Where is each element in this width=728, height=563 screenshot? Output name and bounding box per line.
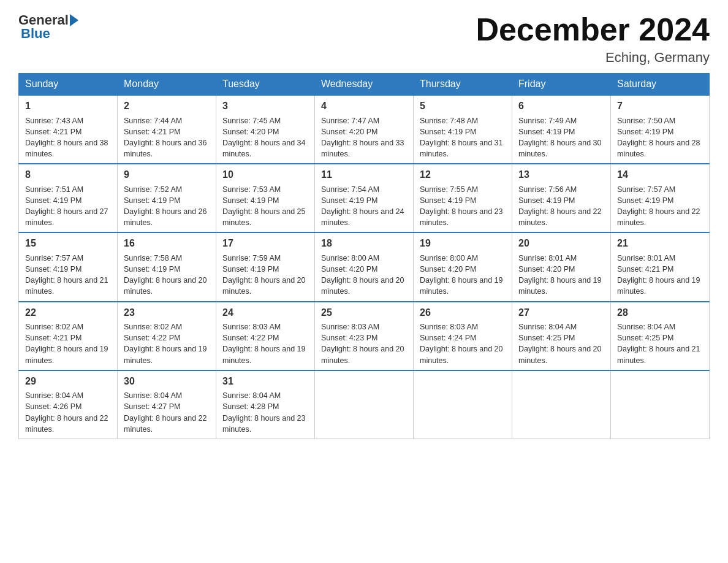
calendar-day-cell: 6 Sunrise: 7:49 AMSunset: 4:19 PMDayligh… — [512, 95, 611, 164]
calendar-day-cell: 14 Sunrise: 7:57 AMSunset: 4:19 PMDaylig… — [611, 164, 710, 232]
header-monday: Monday — [118, 74, 216, 96]
header-tuesday: Tuesday — [216, 74, 315, 96]
calendar-day-cell: 30 Sunrise: 8:04 AMSunset: 4:27 PMDaylig… — [118, 370, 216, 439]
day-number: 4 — [321, 99, 407, 113]
calendar-day-cell: 25 Sunrise: 8:03 AMSunset: 4:23 PMDaylig… — [315, 302, 414, 370]
day-number: 25 — [321, 306, 407, 320]
calendar-week-row: 29 Sunrise: 8:04 AMSunset: 4:26 PMDaylig… — [19, 370, 710, 439]
day-number: 2 — [124, 99, 210, 113]
calendar-day-cell — [414, 370, 512, 439]
day-info: Sunrise: 7:47 AMSunset: 4:20 PMDaylight:… — [321, 117, 404, 159]
calendar-day-cell: 12 Sunrise: 7:55 AMSunset: 4:19 PMDaylig… — [414, 164, 512, 232]
day-info: Sunrise: 8:01 AMSunset: 4:20 PMDaylight:… — [518, 254, 602, 296]
header-wednesday: Wednesday — [315, 74, 414, 96]
calendar-day-cell: 13 Sunrise: 7:56 AMSunset: 4:19 PMDaylig… — [512, 164, 611, 232]
header-friday: Friday — [512, 74, 611, 96]
header-saturday: Saturday — [611, 74, 710, 96]
day-number: 29 — [25, 375, 111, 388]
month-title: December 2024 — [476, 12, 710, 47]
day-number: 8 — [25, 168, 111, 182]
day-number: 28 — [617, 306, 703, 320]
day-number: 17 — [222, 237, 308, 250]
day-info: Sunrise: 8:01 AMSunset: 4:21 PMDaylight:… — [617, 254, 700, 296]
calendar-day-cell: 4 Sunrise: 7:47 AMSunset: 4:20 PMDayligh… — [315, 95, 414, 164]
day-number: 12 — [420, 168, 506, 182]
day-number: 18 — [321, 237, 407, 250]
day-info: Sunrise: 8:04 AMSunset: 4:25 PMDaylight:… — [617, 323, 700, 365]
calendar-day-cell: 21 Sunrise: 8:01 AMSunset: 4:21 PMDaylig… — [611, 232, 710, 301]
day-info: Sunrise: 8:02 AMSunset: 4:22 PMDaylight:… — [124, 323, 207, 365]
page-header: General Blue December 2024 Eching, Germa… — [18, 12, 710, 66]
calendar-day-cell: 24 Sunrise: 8:03 AMSunset: 4:22 PMDaylig… — [216, 302, 315, 370]
calendar-day-cell: 2 Sunrise: 7:44 AMSunset: 4:21 PMDayligh… — [118, 95, 216, 164]
calendar-day-cell: 1 Sunrise: 7:43 AMSunset: 4:21 PMDayligh… — [19, 95, 118, 164]
day-info: Sunrise: 7:43 AMSunset: 4:21 PMDaylight:… — [25, 117, 108, 159]
day-info: Sunrise: 8:02 AMSunset: 4:21 PMDaylight:… — [25, 323, 108, 365]
calendar-day-cell: 28 Sunrise: 8:04 AMSunset: 4:25 PMDaylig… — [611, 302, 710, 370]
calendar-week-row: 22 Sunrise: 8:02 AMSunset: 4:21 PMDaylig… — [19, 302, 710, 370]
day-number: 19 — [420, 237, 506, 250]
day-info: Sunrise: 7:59 AMSunset: 4:19 PMDaylight:… — [222, 254, 306, 296]
title-block: December 2024 Eching, Germany — [476, 12, 710, 66]
day-info: Sunrise: 7:44 AMSunset: 4:21 PMDaylight:… — [124, 117, 207, 159]
calendar-day-cell: 27 Sunrise: 8:04 AMSunset: 4:25 PMDaylig… — [512, 302, 611, 370]
calendar-day-cell: 29 Sunrise: 8:04 AMSunset: 4:26 PMDaylig… — [19, 370, 118, 439]
calendar-day-cell: 18 Sunrise: 8:00 AMSunset: 4:20 PMDaylig… — [315, 232, 414, 301]
day-info: Sunrise: 7:50 AMSunset: 4:19 PMDaylight:… — [617, 117, 700, 159]
day-number: 23 — [124, 306, 210, 320]
header-sunday: Sunday — [19, 74, 118, 96]
calendar-table: Sunday Monday Tuesday Wednesday Thursday… — [18, 73, 710, 439]
day-info: Sunrise: 7:56 AMSunset: 4:19 PMDaylight:… — [518, 185, 602, 228]
calendar-day-cell: 15 Sunrise: 7:57 AMSunset: 4:19 PMDaylig… — [19, 232, 118, 301]
calendar-day-cell: 3 Sunrise: 7:45 AMSunset: 4:20 PMDayligh… — [216, 95, 315, 164]
calendar-day-cell — [611, 370, 710, 439]
day-info: Sunrise: 7:57 AMSunset: 4:19 PMDaylight:… — [617, 185, 700, 228]
calendar-day-cell: 20 Sunrise: 8:01 AMSunset: 4:20 PMDaylig… — [512, 232, 611, 301]
calendar-week-row: 8 Sunrise: 7:51 AMSunset: 4:19 PMDayligh… — [19, 164, 710, 232]
day-number: 15 — [25, 237, 111, 250]
day-info: Sunrise: 7:57 AMSunset: 4:19 PMDaylight:… — [25, 254, 108, 296]
calendar-day-cell: 5 Sunrise: 7:48 AMSunset: 4:19 PMDayligh… — [414, 95, 512, 164]
day-number: 1 — [25, 99, 111, 113]
day-info: Sunrise: 7:52 AMSunset: 4:19 PMDaylight:… — [124, 185, 207, 228]
calendar-day-cell: 11 Sunrise: 7:54 AMSunset: 4:19 PMDaylig… — [315, 164, 414, 232]
calendar-day-cell: 16 Sunrise: 7:58 AMSunset: 4:19 PMDaylig… — [118, 232, 216, 301]
day-number: 3 — [222, 99, 308, 113]
day-number: 26 — [420, 306, 506, 320]
day-number: 22 — [25, 306, 111, 320]
day-number: 13 — [518, 168, 604, 182]
logo-arrow-icon — [70, 14, 78, 26]
calendar-day-cell: 8 Sunrise: 7:51 AMSunset: 4:19 PMDayligh… — [19, 164, 118, 232]
day-info: Sunrise: 7:49 AMSunset: 4:19 PMDaylight:… — [518, 117, 602, 159]
calendar-day-cell — [512, 370, 611, 439]
day-number: 7 — [617, 99, 703, 113]
calendar-day-cell: 31 Sunrise: 8:04 AMSunset: 4:28 PMDaylig… — [216, 370, 315, 439]
calendar-day-cell — [315, 370, 414, 439]
day-number: 31 — [222, 375, 308, 388]
day-info: Sunrise: 8:03 AMSunset: 4:22 PMDaylight:… — [222, 323, 306, 365]
day-number: 5 — [420, 99, 506, 113]
weekday-header-row: Sunday Monday Tuesday Wednesday Thursday… — [19, 74, 710, 96]
calendar-day-cell: 19 Sunrise: 8:00 AMSunset: 4:20 PMDaylig… — [414, 232, 512, 301]
location-subtitle: Eching, Germany — [476, 50, 710, 66]
day-info: Sunrise: 7:55 AMSunset: 4:19 PMDaylight:… — [420, 185, 503, 228]
header-thursday: Thursday — [414, 74, 512, 96]
day-info: Sunrise: 7:58 AMSunset: 4:19 PMDaylight:… — [124, 254, 207, 296]
calendar-day-cell: 26 Sunrise: 8:03 AMSunset: 4:24 PMDaylig… — [414, 302, 512, 370]
day-info: Sunrise: 7:53 AMSunset: 4:19 PMDaylight:… — [222, 185, 306, 228]
day-info: Sunrise: 8:00 AMSunset: 4:20 PMDaylight:… — [321, 254, 404, 296]
day-info: Sunrise: 8:00 AMSunset: 4:20 PMDaylight:… — [420, 254, 503, 296]
calendar-week-row: 1 Sunrise: 7:43 AMSunset: 4:21 PMDayligh… — [19, 95, 710, 164]
calendar-day-cell: 23 Sunrise: 8:02 AMSunset: 4:22 PMDaylig… — [118, 302, 216, 370]
day-info: Sunrise: 8:04 AMSunset: 4:26 PMDaylight:… — [25, 391, 108, 434]
day-info: Sunrise: 8:03 AMSunset: 4:24 PMDaylight:… — [420, 323, 503, 365]
day-info: Sunrise: 8:04 AMSunset: 4:27 PMDaylight:… — [124, 391, 207, 434]
calendar-day-cell: 7 Sunrise: 7:50 AMSunset: 4:19 PMDayligh… — [611, 95, 710, 164]
day-info: Sunrise: 7:51 AMSunset: 4:19 PMDaylight:… — [25, 185, 108, 228]
day-number: 16 — [124, 237, 210, 250]
day-info: Sunrise: 7:48 AMSunset: 4:19 PMDaylight:… — [420, 117, 503, 159]
day-info: Sunrise: 8:04 AMSunset: 4:25 PMDaylight:… — [518, 323, 602, 365]
calendar-day-cell: 17 Sunrise: 7:59 AMSunset: 4:19 PMDaylig… — [216, 232, 315, 301]
day-number: 24 — [222, 306, 308, 320]
day-number: 10 — [222, 168, 308, 182]
